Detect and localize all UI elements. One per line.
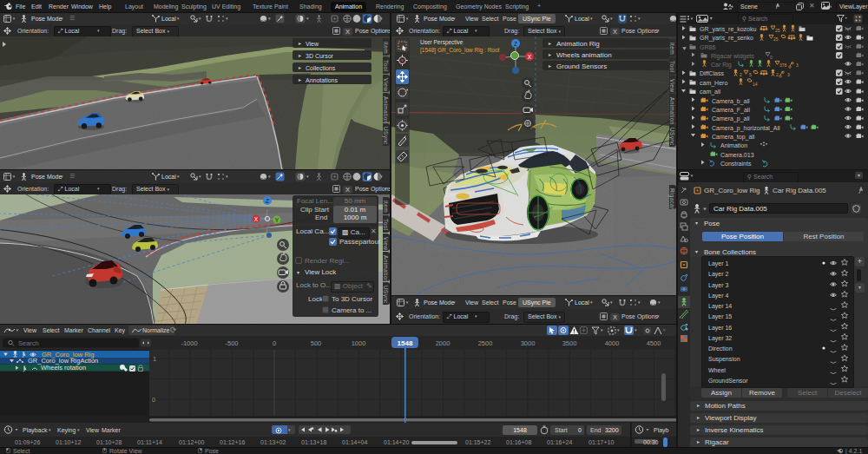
svg-text:-500: -500 <box>225 339 238 347</box>
svg-text:2: 2 <box>740 72 742 77</box>
svg-text:3: 3 <box>796 63 799 68</box>
svg-text:2500: 2500 <box>478 339 493 347</box>
svg-text:-1000: -1000 <box>181 339 197 347</box>
svg-text:14: 14 <box>753 82 758 87</box>
svg-text:GR86: GR86 <box>700 44 715 50</box>
svg-text:25: 25 <box>775 28 780 33</box>
svg-text:1548: 1548 <box>398 339 413 347</box>
svg-text:25: 25 <box>773 36 779 42</box>
svg-text:2000: 2000 <box>436 339 450 347</box>
svg-text:Layer 16: Layer 16 <box>708 325 732 332</box>
svg-text:DiffClass: DiffClass <box>700 70 724 76</box>
svg-text:Layer 15: Layer 15 <box>708 313 732 320</box>
svg-text:Layer 4: Layer 4 <box>708 293 728 299</box>
svg-text:GR_yaris_re_kozoku: GR_yaris_re_kozoku <box>700 26 756 33</box>
svg-text:Camera_top_all: Camera_top_all <box>712 134 755 141</box>
svg-text:Wheels rotation: Wheels rotation <box>41 364 86 372</box>
svg-text:Car Rig: Car Rig <box>711 62 732 69</box>
svg-text:3500: 3500 <box>562 339 577 347</box>
svg-text:Layer 1: Layer 1 <box>708 260 728 267</box>
svg-text:Camera.013: Camera.013 <box>720 152 754 158</box>
svg-text:3: 3 <box>787 72 790 77</box>
svg-text:1000: 1000 <box>352 339 366 347</box>
svg-text:Constraints: Constraints <box>720 161 752 167</box>
svg-text:Layer 32: Layer 32 <box>708 335 732 342</box>
svg-text:2: 2 <box>776 72 779 77</box>
svg-text:cam_Hero: cam_Hero <box>700 80 727 87</box>
svg-text:GroundSensor: GroundSensor <box>708 378 748 384</box>
svg-text:4500: 4500 <box>647 339 661 347</box>
svg-text:1: 1 <box>153 355 156 363</box>
svg-text:Suspension: Suspension <box>708 356 740 363</box>
svg-text:cam_all: cam_all <box>700 89 721 95</box>
svg-text:378: 378 <box>779 63 787 68</box>
svg-text:Camera_b_all: Camera_b_all <box>712 98 750 105</box>
svg-text:5: 5 <box>749 72 752 77</box>
svg-text:Search: Search <box>18 339 39 347</box>
svg-text:Wheel: Wheel <box>708 367 726 373</box>
svg-text:Camera_p_horizontal_All: Camera_p_horizontal_All <box>712 125 780 132</box>
svg-text:Layer 14: Layer 14 <box>708 303 732 310</box>
svg-text:Layer 3: Layer 3 <box>708 282 728 289</box>
svg-text:Layer 2: Layer 2 <box>708 271 728 278</box>
svg-text:500: 500 <box>311 339 322 347</box>
svg-text:4000: 4000 <box>605 339 620 347</box>
svg-text:Direction: Direction <box>708 345 733 352</box>
svg-text:0: 0 <box>770 55 773 60</box>
svg-text:3000: 3000 <box>521 339 536 347</box>
svg-text:0: 0 <box>152 396 155 404</box>
svg-text:GR_yaris_re_senko: GR_yaris_re_senko <box>700 35 753 42</box>
svg-text:Rigacar widgets: Rigacar widgets <box>711 53 754 60</box>
svg-text:0: 0 <box>273 339 276 347</box>
svg-text:Camera_p_all: Camera_p_all <box>712 115 750 122</box>
svg-text:Camera_F_all: Camera_F_all <box>712 107 750 114</box>
svg-text:Animation: Animation <box>720 142 747 148</box>
